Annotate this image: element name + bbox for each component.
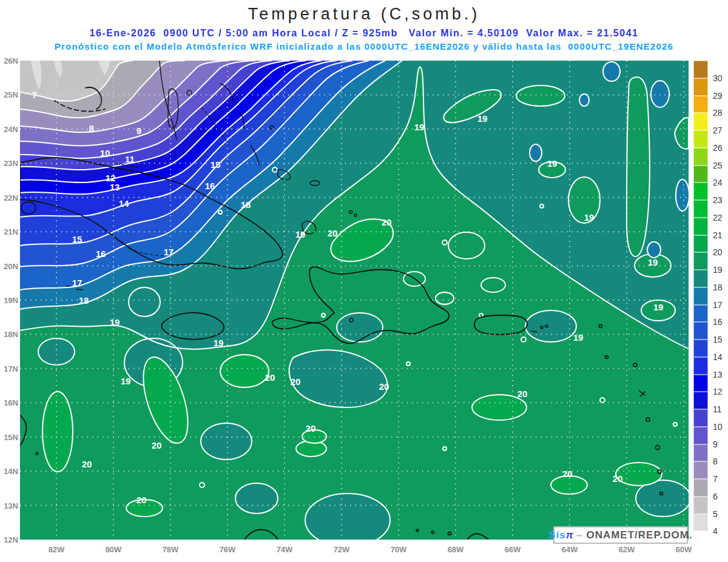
contour-label: 20 xyxy=(291,376,301,387)
colorbar-cell xyxy=(693,514,708,532)
lat-tick-label: 12N xyxy=(1,535,18,544)
colorbar-cell xyxy=(693,235,708,253)
colorbar-cell xyxy=(693,322,708,340)
colorbar-tick-label: 16 xyxy=(713,317,723,327)
colorbar-tick-label: 22 xyxy=(713,213,723,222)
contour-label: 17 xyxy=(72,278,83,288)
temperature-colorbar xyxy=(693,61,708,549)
contour-label: 19 xyxy=(653,302,664,312)
colorbar-tick-label: 7 xyxy=(713,474,718,484)
lon-tick-label: 80W xyxy=(101,545,126,554)
colorbar-cell xyxy=(693,252,708,270)
watermark-box: Sis π – ONAMET/REP.DOM. xyxy=(553,526,688,544)
lon-tick-label: 72W xyxy=(329,545,354,554)
colorbar-tick-label: 8 xyxy=(713,457,718,466)
colorbar-tick-label: 26 xyxy=(713,143,723,153)
colorbar-cell xyxy=(693,479,708,497)
lon-tick-label: 66W xyxy=(500,545,525,554)
lat-tick-label: 14N xyxy=(1,467,18,476)
contour-label: 20 xyxy=(517,389,528,399)
lat-tick-label: 19N xyxy=(1,296,18,305)
colorbar-cell xyxy=(693,166,708,183)
colorbar-tick-label: 10 xyxy=(713,422,723,432)
lon-tick-label: 64W xyxy=(558,545,582,554)
colorbar-cell xyxy=(693,340,708,357)
colorbar-cell xyxy=(693,531,708,549)
lat-tick-label: 15N xyxy=(1,433,18,442)
colorbar-tick-label: 15 xyxy=(713,335,723,344)
contour-label: 20 xyxy=(562,469,573,479)
lat-tick-label: 24N xyxy=(1,125,18,134)
colorbar-tick-label: 9 xyxy=(713,440,718,449)
colorbar-tick-label: 28 xyxy=(713,108,723,118)
colorbar-cell xyxy=(693,182,708,200)
contour-label: 19 xyxy=(414,122,425,132)
watermark-agency: ONAMET/REP.DOM. xyxy=(586,529,692,541)
lat-tick-label: 25N xyxy=(1,90,18,99)
colorbar-tick-label: 25 xyxy=(713,161,723,170)
contour-label: 15 xyxy=(211,159,221,170)
colorbar-cell xyxy=(693,392,708,409)
colorbar-tick-label: 13 xyxy=(713,370,723,380)
contour-label: 18 xyxy=(241,199,251,210)
contour-label: 20 xyxy=(82,459,92,469)
contour-label: 19 xyxy=(295,229,306,239)
contour-label: 11 xyxy=(125,154,135,164)
pi-logo-icon: π xyxy=(566,529,574,541)
colorbar-tick-label: 23 xyxy=(713,195,723,205)
colorbar-tick-label: 17 xyxy=(713,300,723,310)
colorbar-tick-label: 4 xyxy=(713,526,718,536)
colorbar-tick-label: 30 xyxy=(713,73,723,83)
contour-label: 19 xyxy=(121,376,131,386)
lon-tick-label: 76W xyxy=(215,545,240,554)
lat-tick-label: 18N xyxy=(1,330,18,339)
colorbar-cell xyxy=(693,497,708,514)
colorbar-tick-label: 19 xyxy=(713,265,723,275)
colorbar-cell xyxy=(693,148,708,166)
colorbar-cell xyxy=(693,409,708,427)
lat-tick-label: 13N xyxy=(1,501,18,510)
contour-label: 7 xyxy=(32,90,37,100)
lat-tick-label: 26N xyxy=(1,56,18,65)
colorbar-tick-label: 20 xyxy=(713,247,723,257)
watermark-brand: Sis xyxy=(548,529,566,541)
colorbar-tick-label: 14 xyxy=(713,352,723,362)
weather-chart-page: { "header": { "title": "Temperatura (C,s… xyxy=(0,0,728,562)
contour-label: 9 xyxy=(136,125,141,136)
lat-tick-label: 17N xyxy=(1,364,18,373)
colorbar-tick-label: 6 xyxy=(713,492,718,501)
colorbar-tick-label: 29 xyxy=(713,91,723,101)
lon-tick-label: 74W xyxy=(272,545,297,554)
valid-time-and-minmax-line: 16-Ene-2026 0900 UTC / 5:00 am Hora Loca… xyxy=(0,28,728,39)
contour-label: 14 xyxy=(119,198,129,209)
contour-label: 20 xyxy=(306,423,316,433)
colorbar-cell xyxy=(693,130,708,148)
lat-tick-label: 23N xyxy=(1,159,18,168)
model-init-line: Pronóstico con el Modelo Atmósferico WRF… xyxy=(0,41,728,52)
contour-label: 20 xyxy=(265,372,275,383)
colorbar-tick-label: 24 xyxy=(713,178,723,187)
colorbar-cell xyxy=(693,375,708,392)
colorbar-cell xyxy=(693,218,708,235)
colorbar-tick-label: 11 xyxy=(713,404,722,414)
contour-label: 20 xyxy=(152,440,162,450)
contour-label: 19 xyxy=(214,338,224,348)
colorbar-cell xyxy=(693,357,708,375)
contour-label: 19 xyxy=(477,113,488,124)
lat-tick-label: 16N xyxy=(1,398,18,407)
watermark-separator: – xyxy=(576,529,582,541)
contour-label: 19 xyxy=(110,317,120,327)
lon-tick-label: 82W xyxy=(44,545,69,554)
colorbar-cell xyxy=(693,200,708,218)
colorbar-cell xyxy=(693,427,708,444)
contour-label: 19 xyxy=(584,212,595,222)
contour-label: 18 xyxy=(79,295,89,306)
lat-tick-label: 20N xyxy=(1,262,18,271)
lon-tick-label: 70W xyxy=(386,545,411,554)
lon-tick-label: 60W xyxy=(672,545,696,554)
colorbar-cell xyxy=(693,305,708,323)
contour-label: 10 xyxy=(100,148,110,158)
page-title: Temperatura (C,somb.) xyxy=(0,5,728,24)
temperature-contour-plot: 7891011121314151516161717181819191919191… xyxy=(20,61,689,540)
contour-label: 16 xyxy=(205,181,215,191)
